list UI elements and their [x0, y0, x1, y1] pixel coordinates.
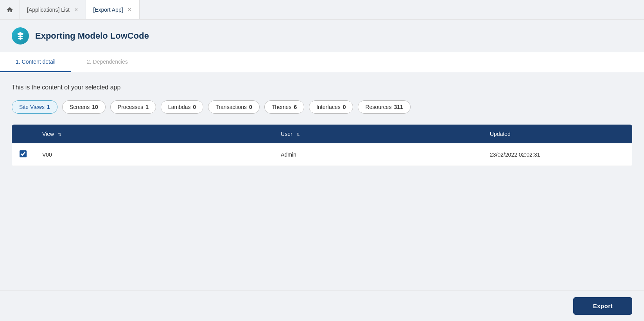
table-row: V00 Admin 23/02/2022 02:02:31 [12, 143, 632, 166]
pill-interfaces[interactable]: Interfaces 0 [309, 100, 353, 114]
home-tab[interactable] [0, 0, 20, 19]
pill-screens[interactable]: Screens 10 [62, 100, 106, 114]
export-app-tab[interactable]: [Export App] × [86, 0, 140, 19]
table-body: V00 Admin 23/02/2022 02:02:31 [12, 143, 632, 166]
tab-dependencies[interactable]: 2. Dependencies [71, 52, 144, 72]
row-checkbox[interactable] [20, 150, 27, 157]
applications-list-close-button[interactable]: × [74, 7, 79, 13]
filter-pills: Site Views 1 Screens 10 Processes 1 Lamb… [12, 100, 632, 114]
row-user: Admin [273, 143, 482, 166]
pill-processes[interactable]: Processes 1 [110, 100, 156, 114]
applications-list-tab[interactable]: [Applications] List × [20, 0, 86, 19]
home-icon [6, 6, 13, 13]
row-view: V00 [34, 143, 273, 166]
pill-transactions[interactable]: Transactions 0 [208, 100, 259, 114]
tab-content-detail[interactable]: 1. Content detail [0, 52, 71, 72]
pill-site-views[interactable]: Site Views 1 [12, 100, 57, 114]
logo-icon [16, 31, 25, 41]
table-header: View ⇅ User ⇅ Updated [12, 125, 632, 143]
pill-resources[interactable]: Resources 311 [358, 100, 410, 114]
col-updated-header: Updated [482, 125, 632, 143]
data-table: View ⇅ User ⇅ Updated [12, 125, 632, 166]
app-logo [12, 27, 29, 45]
row-checkbox-cell [12, 143, 34, 166]
app-title: Exporting Modelo LowCode [35, 31, 149, 41]
content-description: This is the content of your selected app [12, 84, 632, 91]
tab-bar: [Applications] List × [Export App] × [0, 0, 644, 20]
tabs-navigation: 1. Content detail 2. Dependencies [0, 52, 644, 72]
view-sort-icon: ⇅ [58, 132, 61, 137]
row-updated: 23/02/2022 02:02:31 [482, 143, 632, 166]
content-area: This is the content of your selected app… [0, 72, 644, 260]
col-view-header[interactable]: View ⇅ [34, 125, 273, 143]
footer-bar: Export [0, 291, 644, 321]
export-app-close-button[interactable]: × [127, 7, 132, 13]
pill-themes[interactable]: Themes 6 [264, 100, 304, 114]
pill-lambdas[interactable]: Lambdas 0 [161, 100, 203, 114]
user-sort-icon: ⇅ [296, 132, 300, 137]
main-content: 1. Content detail 2. Dependencies This i… [0, 52, 644, 260]
col-checkbox [12, 125, 34, 143]
export-button[interactable]: Export [573, 297, 632, 315]
app-header: Exporting Modelo LowCode [0, 20, 644, 52]
col-user-header[interactable]: User ⇅ [273, 125, 482, 143]
